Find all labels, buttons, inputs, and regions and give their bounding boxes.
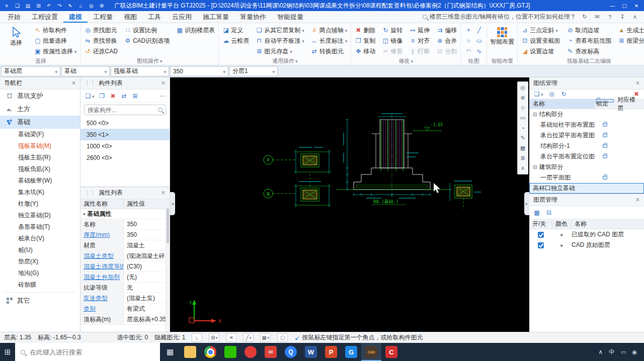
auto-align-slab-top-button[interactable]: 自动平齐板顶 — [255, 36, 305, 46]
app-c[interactable] — [381, 343, 401, 361]
cursor-style-icon[interactable] — [277, 333, 288, 342]
component-type-selector[interactable]: 筏板基础 — [111, 66, 169, 76]
tab-gongju[interactable]: 工具 — [142, 11, 167, 23]
component-name-selector[interactable]: 350 — [170, 66, 228, 76]
group-label-general-ops[interactable]: 通用操作 — [221, 57, 348, 65]
batch-select-button[interactable]: 批量选择 — [33, 36, 78, 46]
polyline-tool-icon[interactable]: ∿ — [474, 46, 484, 56]
property-value[interactable]: 混凝土 — [124, 240, 170, 250]
pick-component-button[interactable]: 拾取构件 — [33, 25, 78, 35]
tab-gongchengshezhi[interactable]: 工程设置 — [26, 11, 63, 23]
column-header-name[interactable]: 名称 — [529, 99, 596, 109]
help-search[interactable]: 楼层三维显示图元/轴网有错位，位置不对应如何处理？ — [423, 13, 576, 21]
orbit-icon[interactable] — [519, 84, 527, 92]
snap-settings-icon[interactable] — [209, 333, 219, 342]
add-drawing-button[interactable] — [533, 91, 543, 98]
task-view-button[interactable] — [160, 343, 180, 361]
list-icon[interactable] — [519, 154, 527, 162]
layer-row[interactable]: ▸ 已提取的 CAD 图层 — [529, 229, 644, 240]
lock-icon[interactable] — [603, 144, 607, 148]
expand-icon[interactable]: ▸ — [560, 232, 563, 237]
property-value[interactable]: (无) — [124, 272, 170, 282]
break-button[interactable]: 打断 — [408, 46, 431, 56]
arc-tool-icon[interactable]: ◠ — [463, 46, 473, 56]
view-rebar-range-button[interactable]: 查看布筋范围 — [566, 36, 612, 46]
nav-sub-pile[interactable]: 桩(U) — [0, 244, 80, 256]
find-replace-button[interactable]: 查找替换 — [84, 36, 119, 46]
app-mail[interactable] — [261, 343, 281, 361]
nav-sub-raft-foundation[interactable]: 筏板基础(M) — [0, 140, 80, 152]
nav-item-foundation[interactable]: 基础 — [0, 116, 80, 129]
home-icon[interactable] — [76, 2, 86, 10]
interfloor-copy-button[interactable] — [121, 93, 128, 100]
settings-icon[interactable] — [97, 2, 107, 10]
save-element-button[interactable]: 图元存盘 — [255, 46, 305, 56]
tab-yunyingyong[interactable]: 云应用 — [167, 11, 197, 23]
ortho-toggle-icon[interactable] — [192, 333, 202, 342]
cad-canvas[interactable]: P N — [170, 77, 529, 332]
edit-elevation-button[interactable]: 查改标高 — [566, 46, 612, 56]
app-glodon-gtj[interactable] — [341, 343, 361, 361]
layer-selector[interactable]: 分层1 — [229, 66, 278, 76]
grid-icon[interactable] — [519, 144, 527, 152]
open-project-icon[interactable] — [23, 2, 33, 10]
nav-sub-brick-mold[interactable]: 砖胎膜 — [0, 279, 80, 291]
column-header-lock[interactable]: 锁定 — [596, 99, 614, 103]
floor-selector[interactable]: 基础层 — [1, 66, 60, 76]
move-button[interactable]: 移动 — [354, 46, 376, 56]
copy-component-button[interactable] — [99, 93, 106, 100]
close-button[interactable] — [631, 2, 642, 10]
property-name[interactable]: 厚度(mm) — [80, 230, 124, 240]
collapse-right-panel-handle[interactable]: ▸ — [524, 192, 529, 215]
undo-icon[interactable] — [44, 2, 54, 10]
delete-component-button[interactable] — [110, 93, 117, 100]
nav-sub-pile-cap[interactable]: 桩承台(V) — [0, 233, 80, 244]
tab-gongchengliang[interactable]: 工程量 — [88, 11, 118, 23]
save-icon[interactable] — [34, 2, 43, 10]
category-selector[interactable]: 基础 — [61, 66, 110, 76]
delete-button[interactable]: 删除 — [354, 25, 376, 35]
app-cad-active[interactable] — [361, 343, 381, 361]
nav-sub-trench[interactable]: 地沟(G) — [0, 267, 80, 279]
lock-icon[interactable] — [603, 123, 607, 127]
column-header-switch[interactable]: 开/关 — [529, 219, 552, 229]
help-icon[interactable] — [606, 13, 614, 21]
nav-sub-foundation-strip[interactable]: 基础板带(W) — [0, 175, 80, 187]
tab-shigongsuanliang[interactable]: 施工算量 — [197, 11, 234, 23]
three-point-slope-button[interactable]: 三点定斜 — [520, 25, 561, 35]
column-header-floor[interactable]: 对应楼层 — [614, 99, 644, 109]
more-actions-button[interactable]: ⋯ — [159, 93, 166, 100]
app-wechat[interactable] — [220, 343, 240, 361]
properties-scrollbar[interactable] — [166, 207, 170, 332]
length-dimension-button[interactable]: 长度标注 — [310, 36, 349, 46]
start-button[interactable] — [0, 343, 15, 361]
hidden-icons-chevron[interactable] — [598, 348, 603, 355]
nav-sub-raft-main-rebar[interactable]: 筏板主筋(R) — [0, 152, 80, 163]
point-tool-icon[interactable]: + — [463, 25, 473, 35]
trim-button[interactable]: 修剪 — [381, 46, 404, 56]
nav-item-pit-support[interactable]: 基坑支护 — [0, 89, 80, 103]
select-by-attribute-button[interactable]: 按属性选择 — [33, 46, 78, 56]
maximize-button[interactable] — [619, 2, 630, 10]
property-value[interactable]: 350 — [124, 230, 170, 240]
identify-floor-table-button[interactable]: 识别楼层表 — [175, 25, 216, 35]
circle-tool-icon[interactable]: ○ — [463, 36, 473, 46]
drag-handle-icon[interactable]: ⋮⋮ — [85, 190, 96, 196]
property-name[interactable]: 类别 — [80, 304, 124, 314]
set-slope-button[interactable]: 设置边坡 — [520, 46, 561, 56]
component-item-500[interactable]: 500 <0> — [80, 117, 170, 129]
close-icon[interactable]: ✕ — [161, 80, 166, 86]
collapse-toolbar-icon[interactable] — [519, 164, 527, 172]
tray-icon[interactable] — [632, 349, 637, 355]
message-icon[interactable] — [593, 13, 601, 21]
nav-item-other[interactable]: 其它 — [0, 294, 80, 307]
tab-jianmo[interactable]: 建模 — [63, 11, 88, 23]
split-button[interactable]: 分割 — [435, 46, 458, 56]
property-group-foundation[interactable]: ▾ 基础属性 — [80, 209, 170, 219]
checkbox-checked-icon[interactable] — [538, 232, 544, 238]
rectangle-tool-icon[interactable]: ▭ — [474, 36, 484, 46]
new-project-icon[interactable] — [13, 2, 22, 10]
property-name[interactable]: 混凝土类型 — [80, 251, 124, 261]
new-component-button[interactable] — [85, 93, 95, 100]
convert-element-button[interactable]: 转换图元 — [310, 46, 349, 56]
